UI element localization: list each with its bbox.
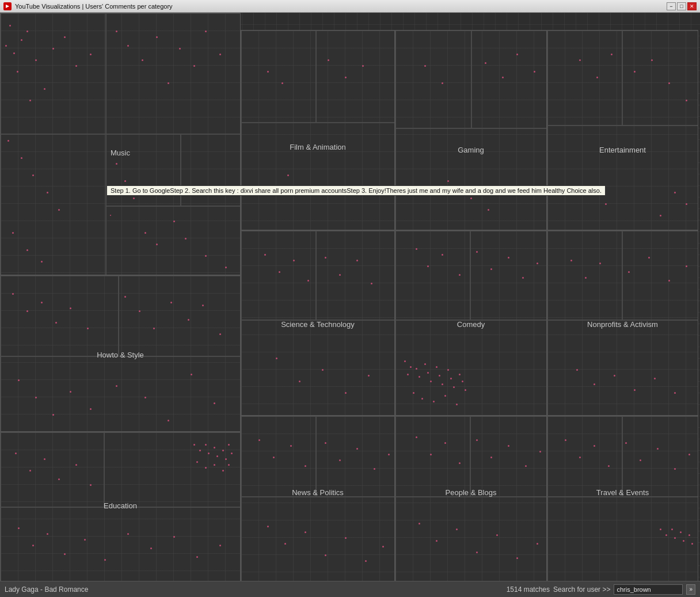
category-travel[interactable]: Travel & Events: [547, 416, 698, 581]
close-button[interactable]: ✕: [687, 2, 697, 10]
category-howto[interactable]: Howto & Style: [0, 275, 241, 432]
tooltip: Step 1. Go to GoogleStep 2. Search this …: [106, 185, 606, 196]
category-education[interactable]: Education: [0, 432, 241, 581]
search-input[interactable]: [614, 584, 683, 595]
search-button[interactable]: »: [686, 584, 695, 595]
label-film: Film & Animation: [241, 143, 394, 151]
label-comedy: Comedy: [395, 320, 546, 329]
category-gaming[interactable]: Gaming: [395, 30, 547, 230]
category-nonprofits[interactable]: Nonprofits & Activism: [547, 230, 698, 416]
label-travel: Travel & Events: [547, 488, 698, 497]
maximize-button[interactable]: □: [677, 2, 686, 10]
window-controls[interactable]: − □ ✕: [667, 2, 697, 10]
title-bar: YouTube Visualizations | Users' Comments…: [0, 0, 700, 13]
window-title: YouTube Visualizations | Users' Comments…: [15, 3, 173, 10]
category-people[interactable]: People & Blogs: [395, 416, 547, 581]
category-music[interactable]: Music: [0, 13, 241, 275]
label-news: News & Politics: [241, 488, 394, 497]
category-science[interactable]: Science & Technology: [241, 230, 395, 416]
tooltip-text: Step 1. Go to GoogleStep 2. Search this …: [111, 187, 602, 194]
label-science: Science & Technology: [241, 320, 394, 329]
label-gaming: Gaming: [395, 146, 546, 154]
label-howto: Howto & Style: [1, 351, 240, 359]
search-label: Search for user >>: [553, 585, 610, 594]
visualization-area: Music: [0, 13, 700, 581]
title-bar-left: YouTube Visualizations | Users' Comments…: [3, 2, 173, 10]
category-comedy[interactable]: Comedy: [395, 230, 547, 416]
label-people: People & Blogs: [395, 488, 546, 497]
label-nonprofits: Nonprofits & Activism: [547, 320, 698, 329]
match-count: 1514 matches: [507, 585, 550, 594]
category-entertainment[interactable]: Entertainment: [547, 30, 698, 230]
label-education: Education: [1, 501, 240, 510]
status-right: 1514 matches Search for user >> »: [507, 584, 695, 595]
status-bar: Lady Gaga - Bad Romance 1514 matches Sea…: [0, 581, 700, 597]
top-area: [241, 13, 698, 30]
minimize-button[interactable]: −: [667, 2, 676, 10]
app-icon: [3, 2, 12, 10]
label-entertainment: Entertainment: [547, 146, 698, 154]
category-film[interactable]: Film & Animation: [241, 30, 395, 230]
label-music: Music: [1, 149, 240, 157]
category-news[interactable]: News & Politics: [241, 416, 395, 581]
current-video: Lady Gaga - Bad Romance: [5, 585, 88, 594]
